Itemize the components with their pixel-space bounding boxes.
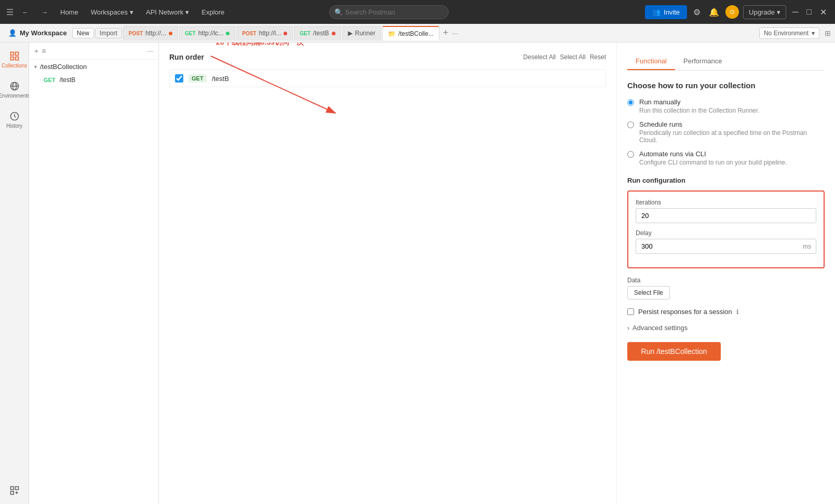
- sidebar-item-environments[interactable]: Environments: [2, 77, 27, 103]
- tab-functional[interactable]: Functional: [627, 53, 675, 70]
- maximize-button[interactable]: □: [804, 5, 814, 19]
- radio-schedule-desc: Periodically run collection at a specifi…: [639, 129, 825, 144]
- info-icon[interactable]: ℹ: [736, 308, 739, 316]
- collection-item[interactable]: ▾ /testBCollection: [29, 60, 158, 74]
- advanced-settings-row[interactable]: › Advanced settings: [627, 324, 825, 332]
- main-content: Run order Deselect All Select All Reset …: [159, 43, 835, 504]
- delay-input[interactable]: [636, 239, 816, 254]
- runner-area: Run order Deselect All Select All Reset …: [159, 43, 835, 504]
- tab-dot: [169, 32, 172, 35]
- endpoint-path: /testB: [60, 76, 76, 84]
- workspaces-menu[interactable]: Workspaces ▾: [87, 6, 138, 18]
- home-link[interactable]: Home: [56, 6, 83, 18]
- radio-run-manually: Run manually Run this collection in the …: [627, 98, 825, 114]
- annotation-text: 20个线程间隔0.3s访问一次: [216, 43, 304, 47]
- sidebar: Collections Environments History: [0, 43, 29, 504]
- radio-schedule-label: Schedule runs: [639, 120, 825, 128]
- new-button[interactable]: New: [72, 28, 94, 38]
- forward-button[interactable]: →: [37, 6, 52, 18]
- search-wrap: 🔍: [329, 5, 449, 19]
- add-collection-button[interactable]: +: [34, 47, 38, 55]
- environments-icon: [9, 81, 20, 91]
- close-button[interactable]: ✕: [818, 5, 829, 19]
- radio-cli-label: Automate runs via CLI: [639, 150, 787, 158]
- tab-testbcollection[interactable]: 📁 /testBColle...: [382, 26, 439, 40]
- tab-add-button[interactable]: +: [440, 28, 451, 38]
- radio-group: Run manually Run this collection in the …: [627, 98, 825, 166]
- section-title: Choose how to run your collection: [627, 81, 825, 90]
- tab-dot: [332, 32, 335, 35]
- run-config-title: Run configuration: [627, 176, 825, 184]
- tab-method-icon: POST: [242, 31, 256, 36]
- tab-post-1[interactable]: POST http://...: [123, 26, 178, 40]
- notification-icon[interactable]: 🔔: [707, 5, 721, 19]
- radio-cli-input[interactable]: [627, 151, 634, 158]
- person-icon: 👤: [8, 29, 17, 37]
- radio-run-manually-label: Run manually: [639, 98, 759, 106]
- chevron-down-icon: ▾: [34, 64, 37, 70]
- deselect-all-button[interactable]: Deselect All: [523, 53, 556, 61]
- settings-icon[interactable]: ⚙: [691, 5, 703, 19]
- search-input[interactable]: [329, 5, 449, 19]
- invite-icon: 👥: [652, 8, 661, 16]
- collection-name: /testBCollection: [40, 63, 87, 71]
- explore-link[interactable]: Explore: [197, 6, 228, 18]
- tab-runner[interactable]: ▶ Runner: [342, 26, 381, 40]
- more-options-button[interactable]: ···: [147, 47, 153, 55]
- select-file-button[interactable]: Select File: [627, 286, 670, 299]
- back-button[interactable]: ←: [18, 6, 33, 18]
- top-nav: ☰ ← → Home Workspaces ▾ API Network ▾ Ex…: [0, 0, 835, 24]
- workspace-name: 👤 My Workspace: [4, 29, 71, 37]
- svg-rect-10: [10, 492, 14, 495]
- radio-run-manually-input[interactable]: [627, 99, 634, 106]
- minimize-button[interactable]: ─: [790, 5, 800, 19]
- avatar[interactable]: ⊙: [725, 5, 739, 19]
- tab-get-testb[interactable]: GET /testB: [294, 26, 341, 40]
- radio-schedule-input[interactable]: [627, 121, 634, 128]
- tab-bar: 👤 My Workspace New Import POST http://..…: [0, 24, 835, 43]
- invite-button[interactable]: 👥 Invite: [645, 5, 687, 19]
- filter-button[interactable]: ≡: [42, 47, 46, 55]
- upgrade-button[interactable]: Upgrade ▾: [743, 5, 786, 19]
- tab-performance[interactable]: Performance: [675, 53, 730, 70]
- delay-unit-label: ms: [803, 243, 811, 250]
- delay-label: Delay: [636, 229, 816, 237]
- radio-cli-desc: Configure CLI command to run on your bui…: [639, 159, 787, 166]
- reset-button[interactable]: Reset: [590, 53, 606, 61]
- data-label: Data: [627, 277, 825, 284]
- sidebar-item-history[interactable]: History: [2, 107, 27, 133]
- tab-more-button[interactable]: ···: [452, 29, 458, 37]
- advanced-settings-label: Advanced settings: [632, 324, 688, 332]
- env-chevron-icon: ▾: [812, 30, 815, 37]
- runner-right: Functional Performance Choose how to run…: [617, 43, 835, 504]
- sidebar-item-extra[interactable]: [2, 481, 27, 500]
- annotation-arrow: [169, 46, 377, 139]
- persist-checkbox[interactable]: [627, 308, 634, 315]
- history-icon: [9, 111, 20, 121]
- right-tabs: Functional Performance: [627, 53, 825, 71]
- hamburger-icon[interactable]: ☰: [6, 7, 14, 17]
- top-nav-right: 👥 Invite ⚙ 🔔 ⊙ Upgrade ▾ ─ □ ✕: [645, 5, 829, 19]
- run-button[interactable]: Run /testBCollection: [627, 342, 721, 361]
- tab-dot: [284, 32, 287, 35]
- tab-post-2[interactable]: POST http://l...: [236, 26, 293, 40]
- svg-rect-3: [15, 57, 18, 60]
- iterations-field: Iterations: [636, 199, 816, 223]
- env-selector[interactable]: No Environment ▾: [759, 28, 819, 39]
- collections-icon: [9, 51, 20, 61]
- api-network-menu[interactable]: API Network ▾: [142, 6, 193, 18]
- tab-get-lc[interactable]: GET http://lc...: [179, 26, 235, 40]
- sidebar-item-collections[interactable]: Collections: [2, 47, 27, 73]
- layout-icon[interactable]: ⊞: [825, 29, 831, 37]
- iterations-input[interactable]: [636, 208, 816, 223]
- select-all-button[interactable]: Select All: [560, 53, 585, 61]
- tab-method-icon: GET: [185, 31, 196, 36]
- endpoint-item-get-testb[interactable]: GET /testB: [29, 74, 158, 86]
- api-network-chevron-icon: ▾: [185, 8, 189, 16]
- advanced-chevron-icon: ›: [627, 324, 629, 332]
- tab-method-icon: POST: [129, 31, 143, 36]
- svg-rect-0: [10, 52, 14, 56]
- data-section: Data Select File: [627, 277, 825, 299]
- import-button[interactable]: Import: [95, 28, 122, 38]
- radio-schedule-runs: Schedule runs Periodically run collectio…: [627, 120, 825, 144]
